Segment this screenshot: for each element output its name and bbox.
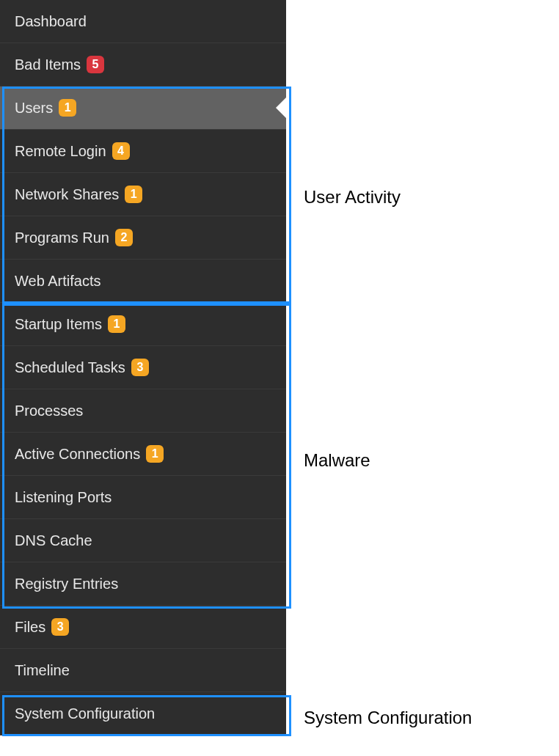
sidebar-item-label: System Configuration xyxy=(15,705,155,722)
badge-count: 1 xyxy=(125,186,142,203)
sidebar-item-users[interactable]: Users 1 xyxy=(0,87,286,130)
badge-count: 1 xyxy=(59,99,76,117)
sidebar-item-programs-run[interactable]: Programs Run 2 xyxy=(0,216,286,260)
sidebar-item-files[interactable]: Files 3 xyxy=(0,606,286,649)
sidebar-item-label: Users xyxy=(15,100,53,117)
sidebar: Dashboard Bad Items 5 Users 1 Remote Log… xyxy=(0,0,286,735)
sidebar-item-web-artifacts[interactable]: Web Artifacts xyxy=(0,260,286,303)
sidebar-item-dns-cache[interactable]: DNS Cache xyxy=(0,519,286,562)
sidebar-item-network-shares[interactable]: Network Shares 1 xyxy=(0,173,286,216)
sidebar-item-listening-ports[interactable]: Listening Ports xyxy=(0,476,286,519)
badge-count: 5 xyxy=(87,56,104,73)
badge-count: 1 xyxy=(108,315,125,333)
annotation-system-configuration: System Configuration xyxy=(304,708,472,728)
sidebar-item-timeline[interactable]: Timeline xyxy=(0,649,286,692)
sidebar-item-label: Dashboard xyxy=(15,13,87,30)
badge-count: 3 xyxy=(51,618,69,636)
sidebar-item-label: Startup Items xyxy=(15,316,102,333)
sidebar-item-label: DNS Cache xyxy=(15,532,92,549)
sidebar-item-label: Scheduled Tasks xyxy=(15,359,125,376)
badge-count: 3 xyxy=(131,359,149,376)
sidebar-item-label: Files xyxy=(15,619,45,636)
sidebar-item-label: Registry Entries xyxy=(15,576,118,592)
sidebar-item-scheduled-tasks[interactable]: Scheduled Tasks 3 xyxy=(0,346,286,389)
badge-count: 4 xyxy=(112,142,130,160)
sidebar-item-label: Remote Login xyxy=(15,143,106,160)
annotation-malware: Malware xyxy=(304,450,370,471)
sidebar-item-label: Active Connections xyxy=(15,446,140,463)
sidebar-item-bad-items[interactable]: Bad Items 5 xyxy=(0,43,286,87)
sidebar-item-label: Web Artifacts xyxy=(15,273,101,290)
annotation-user-activity: User Activity xyxy=(304,187,401,208)
sidebar-item-dashboard[interactable]: Dashboard xyxy=(0,0,286,43)
sidebar-item-startup-items[interactable]: Startup Items 1 xyxy=(0,303,286,346)
sidebar-item-label: Network Shares xyxy=(15,186,119,203)
sidebar-item-label: Timeline xyxy=(15,662,70,679)
sidebar-item-registry-entries[interactable]: Registry Entries xyxy=(0,562,286,606)
badge-count: 2 xyxy=(115,229,133,246)
sidebar-item-active-connections[interactable]: Active Connections 1 xyxy=(0,433,286,476)
sidebar-item-label: Processes xyxy=(15,403,83,419)
badge-count: 1 xyxy=(146,445,164,463)
sidebar-item-remote-login[interactable]: Remote Login 4 xyxy=(0,130,286,173)
sidebar-item-processes[interactable]: Processes xyxy=(0,389,286,433)
sidebar-item-label: Programs Run xyxy=(15,230,109,246)
sidebar-item-label: Bad Items xyxy=(15,56,81,73)
sidebar-item-system-configuration[interactable]: System Configuration xyxy=(0,692,286,735)
sidebar-item-label: Listening Ports xyxy=(15,489,112,506)
